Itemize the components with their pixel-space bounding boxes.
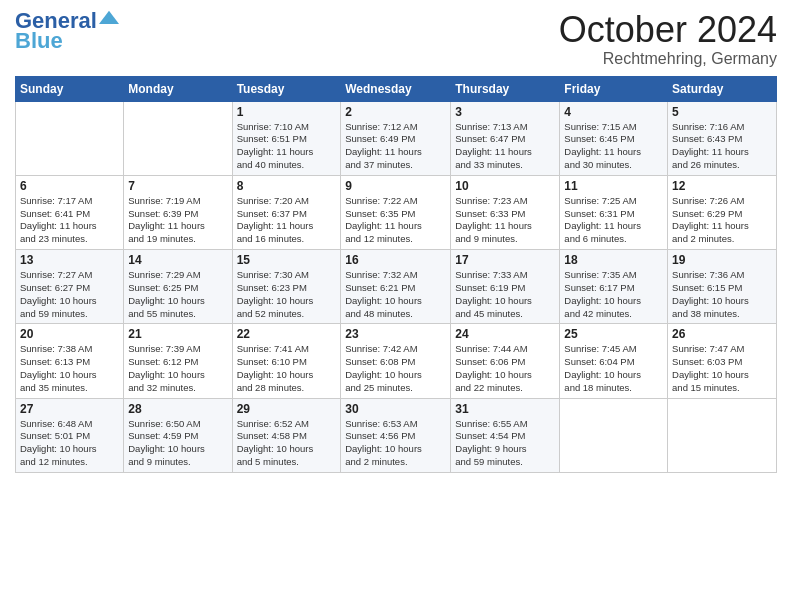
day-number: 11 [564,179,663,193]
day-cell: 21Sunrise: 7:39 AM Sunset: 6:12 PM Dayli… [124,324,232,398]
day-info: Sunrise: 7:17 AM Sunset: 6:41 PM Dayligh… [20,195,119,246]
day-cell: 6Sunrise: 7:17 AM Sunset: 6:41 PM Daylig… [16,175,124,249]
calendar-subtitle: Rechtmehring, Germany [559,50,777,68]
day-info: Sunrise: 7:15 AM Sunset: 6:45 PM Dayligh… [564,121,663,172]
header: General Blue October 2024 Rechtmehring, … [15,10,777,68]
day-cell: 22Sunrise: 7:41 AM Sunset: 6:10 PM Dayli… [232,324,341,398]
logo: General Blue [15,10,119,54]
day-info: Sunrise: 7:27 AM Sunset: 6:27 PM Dayligh… [20,269,119,320]
day-cell: 26Sunrise: 7:47 AM Sunset: 6:03 PM Dayli… [668,324,777,398]
day-cell: 4Sunrise: 7:15 AM Sunset: 6:45 PM Daylig… [560,101,668,175]
day-number: 5 [672,105,772,119]
day-cell [668,398,777,472]
day-number: 17 [455,253,555,267]
header-row: Sunday Monday Tuesday Wednesday Thursday… [16,76,777,101]
day-info: Sunrise: 6:48 AM Sunset: 5:01 PM Dayligh… [20,418,119,469]
title-area: October 2024 Rechtmehring, Germany [559,10,777,68]
day-info: Sunrise: 7:47 AM Sunset: 6:03 PM Dayligh… [672,343,772,394]
day-cell: 8Sunrise: 7:20 AM Sunset: 6:37 PM Daylig… [232,175,341,249]
day-number: 3 [455,105,555,119]
day-info: Sunrise: 7:13 AM Sunset: 6:47 PM Dayligh… [455,121,555,172]
day-cell: 15Sunrise: 7:30 AM Sunset: 6:23 PM Dayli… [232,250,341,324]
day-info: Sunrise: 7:42 AM Sunset: 6:08 PM Dayligh… [345,343,446,394]
day-cell: 23Sunrise: 7:42 AM Sunset: 6:08 PM Dayli… [341,324,451,398]
day-number: 18 [564,253,663,267]
day-info: Sunrise: 7:16 AM Sunset: 6:43 PM Dayligh… [672,121,772,172]
day-cell: 9Sunrise: 7:22 AM Sunset: 6:35 PM Daylig… [341,175,451,249]
day-cell: 17Sunrise: 7:33 AM Sunset: 6:19 PM Dayli… [451,250,560,324]
day-number: 13 [20,253,119,267]
day-cell: 27Sunrise: 6:48 AM Sunset: 5:01 PM Dayli… [16,398,124,472]
day-cell: 2Sunrise: 7:12 AM Sunset: 6:49 PM Daylig… [341,101,451,175]
day-number: 8 [237,179,337,193]
day-cell: 19Sunrise: 7:36 AM Sunset: 6:15 PM Dayli… [668,250,777,324]
day-cell [16,101,124,175]
day-cell: 25Sunrise: 7:45 AM Sunset: 6:04 PM Dayli… [560,324,668,398]
day-number: 20 [20,327,119,341]
day-info: Sunrise: 7:38 AM Sunset: 6:13 PM Dayligh… [20,343,119,394]
day-cell [124,101,232,175]
day-cell: 7Sunrise: 7:19 AM Sunset: 6:39 PM Daylig… [124,175,232,249]
day-cell: 14Sunrise: 7:29 AM Sunset: 6:25 PM Dayli… [124,250,232,324]
col-sunday: Sunday [16,76,124,101]
page: General Blue October 2024 Rechtmehring, … [0,0,792,612]
week-row-1: 1Sunrise: 7:10 AM Sunset: 6:51 PM Daylig… [16,101,777,175]
day-number: 27 [20,402,119,416]
day-cell: 10Sunrise: 7:23 AM Sunset: 6:33 PM Dayli… [451,175,560,249]
day-number: 31 [455,402,555,416]
day-number: 28 [128,402,227,416]
day-number: 10 [455,179,555,193]
day-number: 2 [345,105,446,119]
col-saturday: Saturday [668,76,777,101]
day-info: Sunrise: 6:55 AM Sunset: 4:54 PM Dayligh… [455,418,555,469]
col-wednesday: Wednesday [341,76,451,101]
day-number: 15 [237,253,337,267]
day-info: Sunrise: 7:35 AM Sunset: 6:17 PM Dayligh… [564,269,663,320]
day-number: 23 [345,327,446,341]
day-cell: 1Sunrise: 7:10 AM Sunset: 6:51 PM Daylig… [232,101,341,175]
calendar-title: October 2024 [559,10,777,50]
day-info: Sunrise: 7:29 AM Sunset: 6:25 PM Dayligh… [128,269,227,320]
day-info: Sunrise: 7:30 AM Sunset: 6:23 PM Dayligh… [237,269,337,320]
day-info: Sunrise: 7:20 AM Sunset: 6:37 PM Dayligh… [237,195,337,246]
day-number: 26 [672,327,772,341]
day-number: 14 [128,253,227,267]
day-cell: 29Sunrise: 6:52 AM Sunset: 4:58 PM Dayli… [232,398,341,472]
day-cell: 3Sunrise: 7:13 AM Sunset: 6:47 PM Daylig… [451,101,560,175]
day-info: Sunrise: 7:32 AM Sunset: 6:21 PM Dayligh… [345,269,446,320]
day-info: Sunrise: 7:25 AM Sunset: 6:31 PM Dayligh… [564,195,663,246]
day-number: 29 [237,402,337,416]
day-cell: 5Sunrise: 7:16 AM Sunset: 6:43 PM Daylig… [668,101,777,175]
day-info: Sunrise: 6:52 AM Sunset: 4:58 PM Dayligh… [237,418,337,469]
day-cell: 28Sunrise: 6:50 AM Sunset: 4:59 PM Dayli… [124,398,232,472]
day-cell: 16Sunrise: 7:32 AM Sunset: 6:21 PM Dayli… [341,250,451,324]
day-info: Sunrise: 7:39 AM Sunset: 6:12 PM Dayligh… [128,343,227,394]
day-number: 6 [20,179,119,193]
day-number: 22 [237,327,337,341]
week-row-5: 27Sunrise: 6:48 AM Sunset: 5:01 PM Dayli… [16,398,777,472]
day-cell: 11Sunrise: 7:25 AM Sunset: 6:31 PM Dayli… [560,175,668,249]
day-cell: 30Sunrise: 6:53 AM Sunset: 4:56 PM Dayli… [341,398,451,472]
day-info: Sunrise: 6:53 AM Sunset: 4:56 PM Dayligh… [345,418,446,469]
day-number: 1 [237,105,337,119]
svg-marker-0 [99,11,119,24]
day-info: Sunrise: 7:45 AM Sunset: 6:04 PM Dayligh… [564,343,663,394]
day-number: 7 [128,179,227,193]
day-number: 19 [672,253,772,267]
day-cell: 18Sunrise: 7:35 AM Sunset: 6:17 PM Dayli… [560,250,668,324]
col-tuesday: Tuesday [232,76,341,101]
day-cell [560,398,668,472]
day-info: Sunrise: 7:19 AM Sunset: 6:39 PM Dayligh… [128,195,227,246]
day-info: Sunrise: 7:10 AM Sunset: 6:51 PM Dayligh… [237,121,337,172]
day-number: 24 [455,327,555,341]
day-info: Sunrise: 7:12 AM Sunset: 6:49 PM Dayligh… [345,121,446,172]
week-row-4: 20Sunrise: 7:38 AM Sunset: 6:13 PM Dayli… [16,324,777,398]
day-number: 21 [128,327,227,341]
col-thursday: Thursday [451,76,560,101]
day-info: Sunrise: 7:44 AM Sunset: 6:06 PM Dayligh… [455,343,555,394]
day-cell: 12Sunrise: 7:26 AM Sunset: 6:29 PM Dayli… [668,175,777,249]
day-number: 12 [672,179,772,193]
day-number: 30 [345,402,446,416]
day-cell: 31Sunrise: 6:55 AM Sunset: 4:54 PM Dayli… [451,398,560,472]
col-friday: Friday [560,76,668,101]
